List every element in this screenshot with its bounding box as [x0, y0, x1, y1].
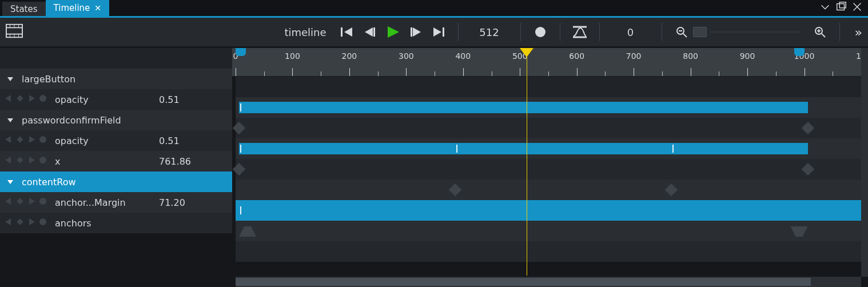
- range-end-handle[interactable]: [794, 48, 805, 56]
- track-item-lane[interactable]: [236, 138, 861, 159]
- record-property-button[interactable]: [38, 93, 48, 106]
- zoom-out-button[interactable]: [674, 24, 690, 40]
- add-keyframe-button[interactable]: [15, 217, 25, 229]
- zoom-slider[interactable]: [693, 27, 801, 37]
- next-keyframe-button[interactable]: [26, 134, 37, 147]
- scrollbar-thumb[interactable]: [236, 278, 811, 286]
- time-ruler[interactable]: 0100200300400500600700800900100011: [232, 48, 868, 77]
- curve-editor-button[interactable]: [572, 24, 588, 40]
- loop-start-field[interactable]: 0: [608, 26, 654, 38]
- track-property[interactable]: x 761.86: [0, 151, 232, 172]
- record-property-button[interactable]: [38, 155, 48, 168]
- expand-icon[interactable]: [6, 75, 15, 82]
- property-name: x: [53, 156, 154, 167]
- prev-keyframe-button[interactable]: [3, 93, 14, 106]
- svg-line-29: [822, 34, 825, 37]
- tab-timeline[interactable]: Timeline ✕: [46, 0, 110, 16]
- next-keyframe-button[interactable]: [26, 93, 37, 106]
- playhead[interactable]: [527, 48, 527, 276]
- current-frame-field[interactable]: 512: [467, 26, 512, 38]
- add-keyframe-button[interactable]: [15, 134, 25, 147]
- keyframe[interactable]: [801, 163, 814, 176]
- prev-keyframe-button[interactable]: [3, 134, 14, 147]
- track-property-lane[interactable]: [236, 180, 861, 200]
- play-button[interactable]: [385, 24, 401, 40]
- animation-settings-button[interactable]: [6, 23, 23, 41]
- easing-handle[interactable]: [239, 226, 256, 237]
- step-back-button[interactable]: [362, 24, 378, 40]
- zoom-in-button[interactable]: [812, 24, 828, 40]
- add-keyframe-button[interactable]: [15, 155, 25, 168]
- svg-marker-15: [365, 27, 373, 37]
- easing-handle[interactable]: [791, 226, 808, 237]
- zoom-slider-thumb[interactable]: [693, 27, 707, 37]
- track-property[interactable]: anchors: [0, 213, 232, 233]
- horizontal-scrollbar[interactable]: [236, 277, 861, 287]
- keyframe-nav: [3, 155, 48, 168]
- keyframe[interactable]: [449, 184, 462, 197]
- track-property[interactable]: opacity 0.51: [0, 89, 232, 110]
- keyframe[interactable]: [665, 184, 678, 197]
- track-item-lane[interactable]: [236, 97, 861, 118]
- keyframe[interactable]: [233, 122, 246, 135]
- property-value[interactable]: 0.51: [159, 135, 232, 146]
- property-value[interactable]: 71.20: [159, 197, 232, 208]
- close-icon[interactable]: ✕: [94, 4, 101, 12]
- ruler-tick: [463, 68, 464, 76]
- prev-keyframe-button[interactable]: [3, 217, 14, 229]
- vertical-scrollbar[interactable]: [861, 48, 868, 277]
- keyframe[interactable]: [233, 163, 246, 176]
- track-item-lane[interactable]: [236, 200, 861, 221]
- track-property-lane[interactable]: [236, 159, 861, 180]
- ruler-label: 700: [626, 51, 642, 61]
- zoom-slider-track[interactable]: [709, 31, 801, 33]
- clip-bar[interactable]: [239, 205, 808, 216]
- track-item[interactable]: contentRow: [0, 172, 232, 192]
- svg-marker-46: [7, 180, 13, 184]
- add-keyframe-button[interactable]: [15, 93, 25, 106]
- track-property-lane[interactable]: [236, 118, 861, 138]
- property-value[interactable]: 761.86: [159, 156, 232, 167]
- range-start-handle[interactable]: [236, 48, 246, 56]
- svg-marker-38: [5, 136, 11, 143]
- property-value[interactable]: 0.51: [159, 94, 232, 105]
- next-keyframe-button[interactable]: [26, 217, 37, 229]
- expand-icon[interactable]: [6, 117, 15, 123]
- track-tree: largeButton opacity 0.51 passwordconfirm…: [0, 48, 232, 287]
- record-property-button[interactable]: [38, 217, 48, 229]
- svg-rect-39: [17, 136, 23, 142]
- track-property-lane[interactable]: [236, 221, 861, 241]
- next-keyframe-button[interactable]: [26, 155, 37, 168]
- add-keyframe-button[interactable]: [15, 196, 25, 209]
- track-property[interactable]: anchor...Margin 71.20: [0, 192, 232, 213]
- ruler-tick: [520, 68, 520, 76]
- collapse-icon[interactable]: [819, 1, 831, 15]
- ruler-tick: [747, 68, 748, 76]
- keyframe[interactable]: [801, 122, 814, 135]
- detach-icon[interactable]: [835, 1, 847, 15]
- to-start-button[interactable]: [339, 24, 355, 40]
- next-keyframe-button[interactable]: [26, 196, 37, 209]
- track-item[interactable]: passwordconfirmField: [0, 110, 232, 130]
- record-property-button[interactable]: [38, 196, 48, 209]
- clip-bar[interactable]: [239, 143, 808, 154]
- close-panel-icon[interactable]: [851, 1, 863, 15]
- step-forward-button[interactable]: [408, 24, 424, 40]
- to-end-button[interactable]: [431, 24, 447, 40]
- track-item[interactable]: largeButton: [0, 69, 232, 89]
- overflow-button[interactable]: »: [855, 25, 862, 39]
- timeline-name[interactable]: timeline: [170, 26, 326, 38]
- track-property-lane[interactable]: [236, 241, 861, 262]
- prev-keyframe-button[interactable]: [3, 196, 14, 209]
- tab-states[interactable]: States: [2, 2, 46, 16]
- panel-tabbar: States Timeline ✕: [0, 0, 868, 18]
- ruler-tick-minor: [605, 71, 606, 76]
- svg-point-36: [39, 95, 46, 102]
- track-property[interactable]: opacity 0.51: [0, 130, 232, 151]
- record-button[interactable]: [532, 24, 548, 40]
- record-property-button[interactable]: [38, 134, 48, 147]
- expand-icon[interactable]: [6, 178, 15, 185]
- prev-keyframe-button[interactable]: [3, 155, 14, 168]
- clip-bar[interactable]: [239, 102, 808, 113]
- timeline-canvas[interactable]: 0100200300400500600700800900100011: [232, 48, 868, 287]
